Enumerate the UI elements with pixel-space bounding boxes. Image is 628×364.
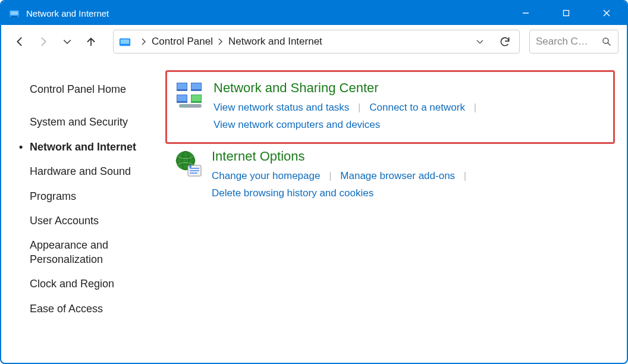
link-view-network-computers[interactable]: View network computers and devices — [213, 119, 380, 130]
link-connect-network[interactable]: Connect to a network — [369, 102, 465, 113]
link-view-network-status[interactable]: View network status and tasks — [213, 102, 349, 113]
sidebar-item-network-internet[interactable]: Network and Internet — [19, 135, 156, 159]
network-sharing-icon — [174, 80, 205, 111]
svg-rect-16 — [177, 95, 187, 101]
sidebar-item-clock-region[interactable]: Clock and Region — [19, 272, 156, 296]
breadcrumb-root[interactable]: Control Panel — [152, 36, 213, 48]
link-manage-addons[interactable]: Manage browser add-ons — [340, 170, 455, 181]
category-title[interactable]: Internet Options — [212, 149, 608, 164]
category-network-sharing: Network and Sharing Center View network … — [165, 70, 615, 144]
sidebar-item-appearance[interactable]: Appearance and Personalization — [19, 233, 156, 272]
main-panel: Network and Sharing Center View network … — [162, 58, 627, 363]
link-delete-history[interactable]: Delete browsing history and cookies — [212, 187, 373, 199]
link-separator: | — [358, 102, 360, 113]
recent-dropdown-button[interactable] — [57, 32, 77, 52]
sidebar-item-home[interactable]: Control Panel Home — [19, 77, 156, 102]
close-button[interactable] — [586, 1, 627, 25]
chevron-right-icon[interactable] — [218, 37, 224, 46]
forward-button[interactable] — [33, 32, 54, 52]
sidebar-item-user-accounts[interactable]: User Accounts — [19, 209, 156, 233]
svg-line-10 — [608, 43, 610, 45]
control-panel-small-icon — [118, 35, 131, 48]
content-area: Control Panel Home System and Security N… — [1, 58, 627, 363]
titlebar: Network and Internet — [1, 1, 627, 25]
svg-rect-18 — [191, 95, 201, 101]
window-title: Network and Internet — [26, 8, 505, 18]
control-panel-icon — [8, 7, 20, 19]
refresh-button[interactable] — [495, 36, 514, 48]
link-separator: | — [329, 170, 331, 181]
svg-point-30 — [189, 165, 191, 168]
address-dropdown-button[interactable] — [464, 37, 495, 46]
back-button[interactable] — [10, 32, 30, 52]
sidebar-item-hardware-sound[interactable]: Hardware and Sound — [19, 159, 156, 184]
svg-point-21 — [186, 105, 187, 106]
svg-rect-8 — [121, 39, 130, 43]
sidebar-item-programs[interactable]: Programs — [19, 184, 156, 209]
svg-point-9 — [603, 38, 608, 43]
svg-rect-2 — [11, 16, 17, 17]
svg-rect-1 — [10, 11, 18, 15]
svg-rect-4 — [564, 11, 569, 16]
link-separator: | — [474, 102, 476, 113]
sidebar-item-ease-of-access[interactable]: Ease of Access — [19, 297, 156, 321]
search-placeholder: Search C… — [536, 36, 601, 48]
link-change-homepage[interactable]: Change your homepage — [212, 170, 320, 181]
search-input[interactable]: Search C… — [529, 30, 618, 54]
svg-rect-14 — [191, 83, 201, 89]
toolbar: Control Panel Network and Internet Searc… — [1, 25, 627, 58]
window-controls — [505, 1, 627, 25]
chevron-right-icon[interactable] — [141, 37, 147, 46]
category-title[interactable]: Network and Sharing Center — [213, 80, 606, 96]
up-button[interactable] — [81, 32, 101, 52]
maximize-button[interactable] — [546, 1, 586, 25]
link-separator: | — [464, 170, 466, 181]
address-bar[interactable]: Control Panel Network and Internet — [113, 30, 520, 54]
minimize-button[interactable] — [505, 1, 546, 25]
sidebar: Control Panel Home System and Security N… — [1, 58, 162, 363]
internet-options-icon — [172, 149, 203, 180]
search-icon — [601, 36, 612, 47]
category-internet-options: Internet Options Change your homepage | … — [165, 144, 615, 211]
sidebar-item-system-security[interactable]: System and Security — [19, 110, 156, 134]
svg-point-20 — [182, 105, 183, 106]
breadcrumb-current[interactable]: Network and Internet — [228, 36, 322, 48]
svg-rect-12 — [177, 83, 187, 89]
